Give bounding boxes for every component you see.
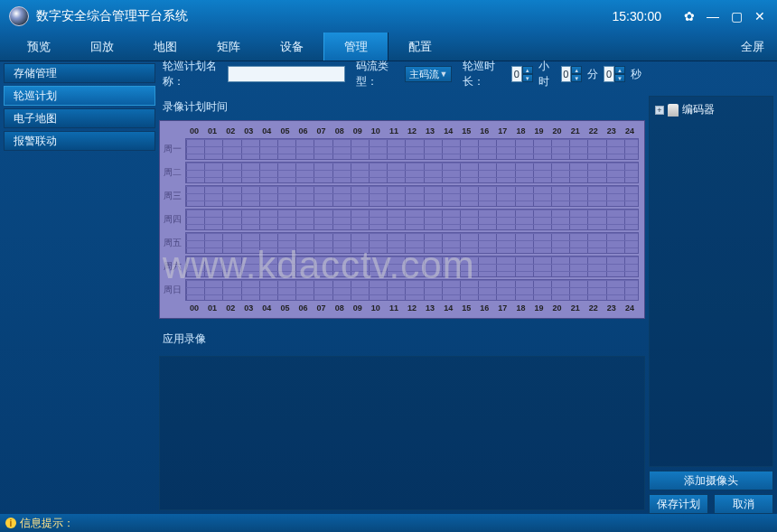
tree-root-label: 编码器 [682, 102, 715, 117]
plan-name-input[interactable] [228, 66, 345, 82]
hour-label: 07 [313, 303, 331, 313]
day-label: 周一 [160, 143, 185, 155]
tab-preview[interactable]: 预览 [7, 33, 70, 61]
hour-label: 15 [457, 126, 475, 135]
sidebar: 存储管理 轮巡计划 电子地图 报警联动 [4, 61, 155, 514]
day-label: 周三 [160, 190, 185, 202]
seconds-down-icon[interactable]: ▼ [614, 74, 625, 82]
fullscreen-button[interactable]: 全屏 [728, 33, 777, 61]
day-grid[interactable] [185, 256, 639, 277]
minutes-up-icon[interactable]: ▲ [571, 66, 582, 74]
apply-recording-area[interactable] [159, 356, 645, 510]
seconds-up-icon[interactable]: ▲ [614, 66, 625, 74]
minutes-value: 0 [561, 66, 572, 82]
day-label: 周二 [160, 166, 185, 179]
day-grid[interactable] [185, 232, 639, 254]
hour-label: 23 [603, 303, 621, 313]
hour-label: 11 [385, 126, 403, 135]
hour-label: 10 [367, 126, 385, 135]
day-grid[interactable] [185, 162, 639, 183]
expand-icon[interactable]: + [655, 106, 664, 115]
device-tree[interactable]: + 编码器 [649, 96, 773, 467]
hour-label: 22 [585, 303, 603, 313]
hour-label: 08 [331, 126, 349, 135]
app-logo-icon [9, 6, 29, 26]
schedule-day-row[interactable]: 周一 [160, 137, 639, 161]
hours-unit: 小时 [538, 59, 556, 89]
center-panel: 轮巡计划名称： 码流类型： 主码流 ▼ 轮巡时长： 0 ▲▼ 小时 0 ▲▼ 分… [159, 61, 645, 514]
hour-label: 07 [313, 126, 331, 135]
hour-label: 16 [475, 126, 493, 135]
sidebar-item-alarm-linkage[interactable]: 报警联动 [4, 131, 155, 151]
right-panel: + 编码器 添加摄像头 保存计划 取消 [649, 61, 773, 514]
recording-schedule-grid[interactable]: 0001020304050607080910111213141516171819… [159, 120, 645, 319]
schedule-day-row[interactable]: 周三 [160, 184, 639, 208]
hour-label: 12 [403, 126, 421, 135]
stream-type-select[interactable]: 主码流 ▼ [405, 66, 453, 82]
hour-label: 02 [221, 126, 239, 135]
minutes-unit: 分 [587, 67, 598, 82]
sidebar-item-storage[interactable]: 存储管理 [4, 63, 155, 83]
tab-map[interactable]: 地图 [134, 33, 197, 61]
settings-icon[interactable]: ✿ [681, 8, 697, 24]
hour-label: 24 [621, 126, 639, 135]
hour-label: 22 [585, 126, 603, 135]
tab-playback[interactable]: 回放 [70, 33, 134, 61]
tab-matrix[interactable]: 矩阵 [197, 33, 260, 61]
add-camera-button[interactable]: 添加摄像头 [649, 471, 773, 490]
hour-label: 19 [529, 303, 548, 313]
hour-label: 23 [603, 126, 621, 135]
hour-label: 21 [566, 126, 585, 135]
sidebar-item-patrol-plan[interactable]: 轮巡计划 [4, 86, 155, 106]
day-grid[interactable] [185, 209, 639, 230]
hour-label: 13 [421, 126, 439, 135]
hours-up-icon[interactable]: ▲ [522, 66, 533, 74]
schedule-day-row[interactable]: 周四 [160, 208, 639, 231]
titlebar: 数字安全综合管理平台系统 15:30:00 ✿ — ▢ ✕ [0, 0, 777, 33]
schedule-day-row[interactable]: 周日 [160, 278, 639, 302]
cancel-button[interactable]: 取消 [714, 494, 773, 514]
day-grid[interactable] [185, 138, 639, 160]
save-plan-button[interactable]: 保存计划 [649, 494, 708, 514]
hours-spinner[interactable]: 0 ▲▼ [511, 66, 533, 82]
hour-label: 03 [239, 126, 257, 135]
hour-label: 21 [566, 303, 585, 313]
minimize-icon[interactable]: — [705, 8, 721, 24]
duration-label: 轮巡时长： [463, 59, 505, 89]
hour-label: 12 [403, 303, 421, 313]
filter-row: 轮巡计划名称： 码流类型： 主码流 ▼ 轮巡时长： 0 ▲▼ 小时 0 ▲▼ 分… [159, 61, 645, 87]
chevron-down-icon: ▼ [440, 70, 448, 79]
sidebar-item-emap[interactable]: 电子地图 [4, 108, 155, 128]
hours-down-icon[interactable]: ▼ [522, 74, 533, 82]
schedule-day-row[interactable]: 周二 [160, 161, 639, 184]
tab-config[interactable]: 配置 [388, 33, 452, 61]
plan-name-label: 轮巡计划名称： [163, 59, 222, 89]
hour-label: 06 [294, 303, 312, 313]
minutes-down-icon[interactable]: ▼ [571, 74, 582, 82]
tab-device[interactable]: 设备 [260, 33, 323, 61]
hour-label: 19 [529, 126, 548, 135]
hour-label: 24 [621, 303, 639, 313]
tab-manage[interactable]: 管理 [323, 33, 388, 61]
close-icon[interactable]: ✕ [752, 8, 768, 24]
seconds-spinner[interactable]: 0 ▲▼ [604, 66, 625, 82]
maximize-icon[interactable]: ▢ [728, 8, 744, 24]
hour-label: 02 [221, 303, 239, 313]
day-label: 周六 [160, 260, 185, 273]
main-tabbar: 预览 回放 地图 矩阵 设备 管理 配置 全屏 [0, 33, 777, 61]
statusbar: i 信息提示： [0, 514, 777, 532]
info-icon: i [5, 518, 16, 528]
schedule-day-row[interactable]: 周六 [160, 255, 639, 278]
hour-label: 01 [203, 126, 221, 135]
hour-label: 18 [511, 126, 529, 135]
day-grid[interactable] [185, 185, 639, 207]
seconds-value: 0 [604, 66, 614, 82]
hour-label: 13 [421, 303, 439, 313]
hour-label: 15 [457, 303, 475, 313]
hour-label: 14 [439, 303, 457, 313]
minutes-spinner[interactable]: 0 ▲▼ [561, 66, 583, 82]
tree-root-node[interactable]: + 编码器 [655, 102, 767, 117]
schedule-day-row[interactable]: 周五 [160, 231, 639, 255]
day-grid[interactable] [185, 279, 639, 301]
hour-label: 00 [185, 126, 203, 135]
